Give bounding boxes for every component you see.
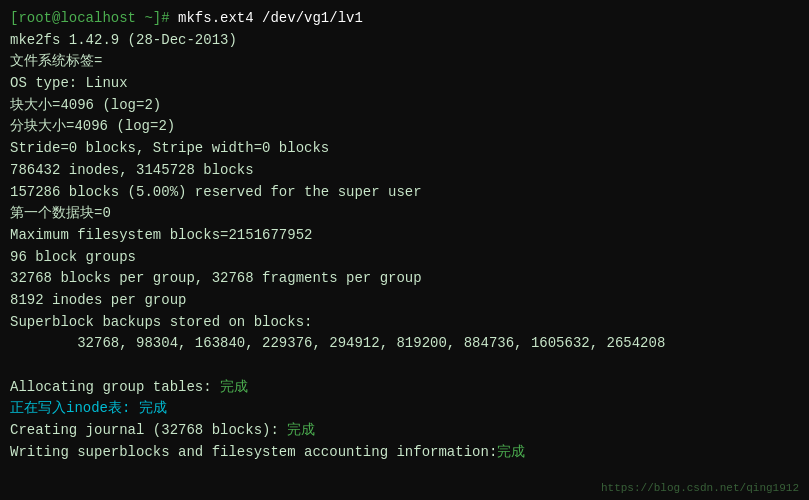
terminal-line: Superblock backups stored on blocks:	[10, 312, 799, 334]
terminal-line: 96 block groups	[10, 247, 799, 269]
terminal-line: 157286 blocks (5.00%) reserved for the s…	[10, 182, 799, 204]
terminal-line: Stride=0 blocks, Stripe width=0 blocks	[10, 138, 799, 160]
terminal-line: mke2fs 1.42.9 (28-Dec-2013)	[10, 30, 799, 52]
terminal-line: OS type: Linux	[10, 73, 799, 95]
terminal-line: Maximum filesystem blocks=2151677952	[10, 225, 799, 247]
terminal-line: 32768, 98304, 163840, 229376, 294912, 81…	[10, 333, 799, 355]
terminal-line: 8192 inodes per group	[10, 290, 799, 312]
terminal-line: 正在写入inode表: 完成	[10, 398, 799, 420]
terminal-line: 块大小=4096 (log=2)	[10, 95, 799, 117]
terminal-line: 32768 blocks per group, 32768 fragments …	[10, 268, 799, 290]
terminal-line: Creating journal (32768 blocks): 完成	[10, 420, 799, 442]
terminal-line	[10, 355, 799, 377]
terminal-line: 第一个数据块=0	[10, 203, 799, 225]
terminal-line: Writing superblocks and filesystem accou…	[10, 442, 799, 464]
terminal-line: 分块大小=4096 (log=2)	[10, 116, 799, 138]
terminal-line: Allocating group tables: 完成	[10, 377, 799, 399]
terminal-line: 786432 inodes, 3145728 blocks	[10, 160, 799, 182]
terminal-window: [root@localhost ~]# mkfs.ext4 /dev/vg1/l…	[0, 0, 809, 500]
terminal-line: 文件系统标签=	[10, 51, 799, 73]
watermark: https://blog.csdn.net/qing1912	[601, 482, 799, 494]
terminal-content: [root@localhost ~]# mkfs.ext4 /dev/vg1/l…	[10, 8, 799, 463]
terminal-line: [root@localhost ~]# mkfs.ext4 /dev/vg1/l…	[10, 8, 799, 30]
